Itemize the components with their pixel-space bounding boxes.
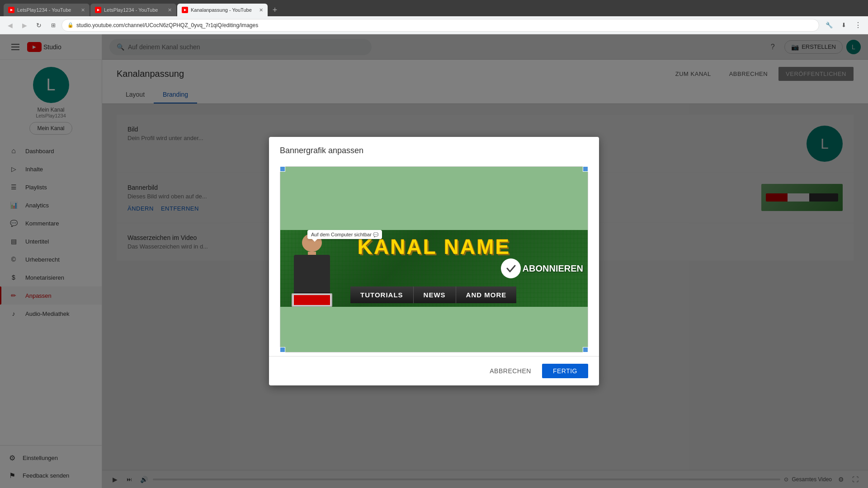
tab-favicon-1: ▶	[8, 7, 14, 13]
back-button[interactable]: ◀	[4, 19, 16, 32]
tab-favicon-3: ▶	[182, 7, 188, 13]
modal-overlay: Bannergrafik anpassen	[0, 34, 868, 488]
subscribe-text: ABONNIEREN	[523, 263, 583, 274]
modal-header: Bannergrafik anpassen	[269, 137, 599, 163]
modal-cancel-button[interactable]: ABBRECHEN	[482, 364, 538, 378]
person-container: Auf dem Computer sichtbar 💬	[283, 230, 346, 307]
browser-actions: 🔧 ⬇ ⋮	[823, 19, 864, 32]
tab-title-3: Kanalanpassung - YouTube	[191, 7, 256, 13]
checkmark-svg	[505, 263, 517, 274]
subscribe-area: ABONNIEREN	[501, 258, 583, 278]
banner-strip: Auf dem Computer sichtbar 💬 KANAL NAME	[280, 230, 588, 307]
extensions-button[interactable]: 🔧	[823, 19, 835, 32]
address-bar[interactable]: 🔒 studio.youtube.com/channel/UCocN6zQPHQ…	[61, 19, 819, 32]
tab-2[interactable]: ▶ LetsPlay1234 - YouTube ✕	[90, 4, 176, 16]
corner-bl-handle[interactable]	[280, 347, 285, 352]
nav-btn-tutorials[interactable]: TUTORIALS	[350, 286, 414, 303]
tab-close-1[interactable]: ✕	[81, 7, 85, 13]
image-editor-container: Auf dem Computer sichtbar 💬 KANAL NAME	[280, 166, 588, 352]
tabs-container: ▶ LetsPlay1234 - YouTube ✕ ▶ LetsPlay123…	[4, 0, 281, 16]
settings-dots[interactable]: ⋮	[852, 19, 864, 32]
banner-top-area	[280, 167, 588, 230]
tab-title-2: LetsPlay1234 - YouTube	[104, 7, 165, 13]
download-button[interactable]: ⬇	[837, 19, 850, 32]
browser-navbar: ◀ ▶ ↻ ⊞ 🔒 studio.youtube.com/channel/UCo…	[0, 16, 868, 34]
nav-btn-andmore[interactable]: AND MORE	[456, 286, 517, 303]
tooltip-text: Auf dem Computer sichtbar	[311, 232, 372, 237]
tab-3[interactable]: ▶ Kanalanpassung - YouTube ✕	[177, 4, 268, 16]
modal-confirm-button[interactable]: FERTIG	[542, 364, 588, 378]
home-button[interactable]: ⊞	[47, 19, 60, 32]
banner-canvas: Auf dem Computer sichtbar 💬 KANAL NAME	[280, 167, 588, 352]
banner-bottom-area	[280, 307, 588, 352]
tab-favicon-2: ▶	[95, 7, 101, 13]
tab-close-2[interactable]: ✕	[168, 7, 172, 13]
modal-title: Bannergrafik anpassen	[280, 146, 588, 155]
tab-title-1: LetsPlay1234 - YouTube	[17, 7, 78, 13]
person-neck	[308, 252, 316, 255]
lock-icon: 🔒	[67, 22, 74, 28]
corner-tr-handle[interactable]	[583, 166, 588, 172]
new-tab-button[interactable]: +	[269, 4, 281, 16]
modal-footer: ABBRECHEN FERTIG	[269, 356, 599, 385]
modal-body: Auf dem Computer sichtbar 💬 KANAL NAME	[269, 163, 599, 356]
forward-button[interactable]: ▶	[18, 19, 31, 32]
person-body	[294, 255, 330, 292]
tab-1[interactable]: ▶ LetsPlay1234 - YouTube ✕	[4, 4, 90, 16]
nav-btn-news[interactable]: NEWS	[414, 286, 456, 303]
corner-tl-handle[interactable]	[280, 166, 285, 172]
address-text: studio.youtube.com/channel/UCocN6zQPHQZ_…	[76, 22, 813, 28]
reload-button[interactable]: ↻	[33, 19, 45, 32]
tab-close-3[interactable]: ✕	[259, 7, 263, 13]
modal: Bannergrafik anpassen	[269, 137, 599, 385]
check-circle-icon	[501, 258, 521, 278]
chat-icon: 💬	[373, 232, 378, 237]
corner-br-handle[interactable]	[583, 347, 588, 352]
browser-chrome: ▶ LetsPlay1234 - YouTube ✕ ▶ LetsPlay123…	[0, 0, 868, 16]
laptop-at-feet	[292, 293, 332, 307]
nav-buttons: TUTORIALS NEWS AND MORE	[350, 286, 516, 303]
speech-bubble: Auf dem Computer sichtbar 💬	[307, 230, 382, 239]
